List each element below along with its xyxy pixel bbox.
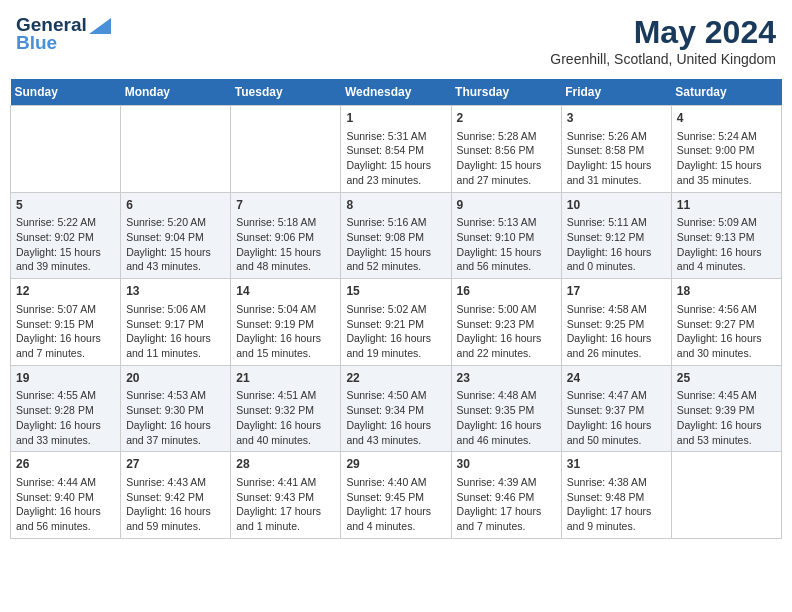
day-info: Sunrise: 4:51 AM	[236, 388, 335, 403]
day-info: and 40 minutes.	[236, 433, 335, 448]
calendar-cell: 4Sunrise: 5:24 AMSunset: 9:00 PMDaylight…	[671, 106, 781, 193]
day-number: 25	[677, 370, 776, 387]
day-info: Sunset: 9:37 PM	[567, 403, 666, 418]
day-info: Sunset: 9:00 PM	[677, 143, 776, 158]
day-info: Sunset: 9:30 PM	[126, 403, 225, 418]
day-number: 6	[126, 197, 225, 214]
day-info: and 22 minutes.	[457, 346, 556, 361]
day-info: Sunset: 9:21 PM	[346, 317, 445, 332]
day-info: Sunrise: 5:24 AM	[677, 129, 776, 144]
calendar-cell	[231, 106, 341, 193]
calendar-cell: 8Sunrise: 5:16 AMSunset: 9:08 PMDaylight…	[341, 192, 451, 279]
calendar-cell: 6Sunrise: 5:20 AMSunset: 9:04 PMDaylight…	[121, 192, 231, 279]
day-info: Sunrise: 4:55 AM	[16, 388, 115, 403]
day-info: Sunset: 9:10 PM	[457, 230, 556, 245]
day-info: Sunrise: 4:48 AM	[457, 388, 556, 403]
calendar-cell: 13Sunrise: 5:06 AMSunset: 9:17 PMDayligh…	[121, 279, 231, 366]
day-info: Daylight: 16 hours	[457, 418, 556, 433]
day-info: Daylight: 16 hours	[567, 245, 666, 260]
day-info: Sunset: 9:25 PM	[567, 317, 666, 332]
day-info: Sunrise: 4:53 AM	[126, 388, 225, 403]
day-info: Sunset: 9:35 PM	[457, 403, 556, 418]
day-info: Sunrise: 5:07 AM	[16, 302, 115, 317]
day-info: Sunset: 9:06 PM	[236, 230, 335, 245]
day-info: Sunrise: 5:16 AM	[346, 215, 445, 230]
day-info: Daylight: 15 hours	[457, 245, 556, 260]
svg-marker-0	[89, 18, 111, 34]
day-info: Daylight: 16 hours	[126, 331, 225, 346]
day-info: Sunrise: 5:02 AM	[346, 302, 445, 317]
day-info: Sunset: 9:45 PM	[346, 490, 445, 505]
day-info: Daylight: 17 hours	[457, 504, 556, 519]
day-info: and 52 minutes.	[346, 259, 445, 274]
day-info: Sunrise: 5:26 AM	[567, 129, 666, 144]
day-info: Sunset: 9:43 PM	[236, 490, 335, 505]
day-info: Daylight: 17 hours	[567, 504, 666, 519]
day-info: and 59 minutes.	[126, 519, 225, 534]
day-info: and 48 minutes.	[236, 259, 335, 274]
day-info: Daylight: 16 hours	[677, 245, 776, 260]
day-info: Daylight: 15 hours	[16, 245, 115, 260]
calendar-cell: 18Sunrise: 4:56 AMSunset: 9:27 PMDayligh…	[671, 279, 781, 366]
calendar-week-row: 26Sunrise: 4:44 AMSunset: 9:40 PMDayligh…	[11, 452, 782, 539]
day-info: Daylight: 16 hours	[346, 418, 445, 433]
day-info: and 9 minutes.	[567, 519, 666, 534]
day-info: Daylight: 16 hours	[16, 418, 115, 433]
calendar-cell: 15Sunrise: 5:02 AMSunset: 9:21 PMDayligh…	[341, 279, 451, 366]
day-number: 26	[16, 456, 115, 473]
day-info: Sunset: 8:56 PM	[457, 143, 556, 158]
day-info: and 43 minutes.	[346, 433, 445, 448]
day-info: Daylight: 16 hours	[567, 418, 666, 433]
calendar-table: SundayMondayTuesdayWednesdayThursdayFrid…	[10, 79, 782, 539]
day-number: 10	[567, 197, 666, 214]
day-number: 4	[677, 110, 776, 127]
day-number: 28	[236, 456, 335, 473]
day-info: Daylight: 16 hours	[346, 331, 445, 346]
day-number: 31	[567, 456, 666, 473]
calendar-cell: 21Sunrise: 4:51 AMSunset: 9:32 PMDayligh…	[231, 365, 341, 452]
day-info: and 7 minutes.	[16, 346, 115, 361]
calendar-cell: 31Sunrise: 4:38 AMSunset: 9:48 PMDayligh…	[561, 452, 671, 539]
day-info: Sunset: 9:02 PM	[16, 230, 115, 245]
day-info: Sunrise: 4:47 AM	[567, 388, 666, 403]
day-info: Daylight: 16 hours	[126, 418, 225, 433]
header-tuesday: Tuesday	[231, 79, 341, 106]
day-info: and 26 minutes.	[567, 346, 666, 361]
day-info: Sunrise: 4:38 AM	[567, 475, 666, 490]
logo: General Blue	[16, 14, 111, 54]
calendar-cell: 5Sunrise: 5:22 AMSunset: 9:02 PMDaylight…	[11, 192, 121, 279]
calendar-cell: 9Sunrise: 5:13 AMSunset: 9:10 PMDaylight…	[451, 192, 561, 279]
day-number: 1	[346, 110, 445, 127]
calendar-cell	[671, 452, 781, 539]
calendar-cell: 22Sunrise: 4:50 AMSunset: 9:34 PMDayligh…	[341, 365, 451, 452]
day-number: 2	[457, 110, 556, 127]
day-info: Sunrise: 5:13 AM	[457, 215, 556, 230]
day-info: Daylight: 16 hours	[236, 331, 335, 346]
day-info: Sunset: 9:27 PM	[677, 317, 776, 332]
day-info: Sunrise: 4:58 AM	[567, 302, 666, 317]
day-info: Sunset: 9:28 PM	[16, 403, 115, 418]
calendar-cell	[121, 106, 231, 193]
day-info: Sunset: 9:15 PM	[16, 317, 115, 332]
day-info: Daylight: 16 hours	[457, 331, 556, 346]
day-info: Sunset: 9:39 PM	[677, 403, 776, 418]
header-friday: Friday	[561, 79, 671, 106]
day-number: 18	[677, 283, 776, 300]
day-info: Sunset: 9:17 PM	[126, 317, 225, 332]
day-info: Daylight: 15 hours	[236, 245, 335, 260]
header-saturday: Saturday	[671, 79, 781, 106]
day-info: Daylight: 16 hours	[677, 418, 776, 433]
day-number: 20	[126, 370, 225, 387]
day-info: Sunrise: 5:22 AM	[16, 215, 115, 230]
day-number: 22	[346, 370, 445, 387]
day-info: and 4 minutes.	[346, 519, 445, 534]
day-info: Sunset: 8:58 PM	[567, 143, 666, 158]
day-info: and 7 minutes.	[457, 519, 556, 534]
calendar-cell: 28Sunrise: 4:41 AMSunset: 9:43 PMDayligh…	[231, 452, 341, 539]
day-info: Sunrise: 4:39 AM	[457, 475, 556, 490]
day-info: and 0 minutes.	[567, 259, 666, 274]
calendar-cell: 14Sunrise: 5:04 AMSunset: 9:19 PMDayligh…	[231, 279, 341, 366]
day-info: Daylight: 15 hours	[567, 158, 666, 173]
day-number: 12	[16, 283, 115, 300]
day-info: Sunset: 9:34 PM	[346, 403, 445, 418]
